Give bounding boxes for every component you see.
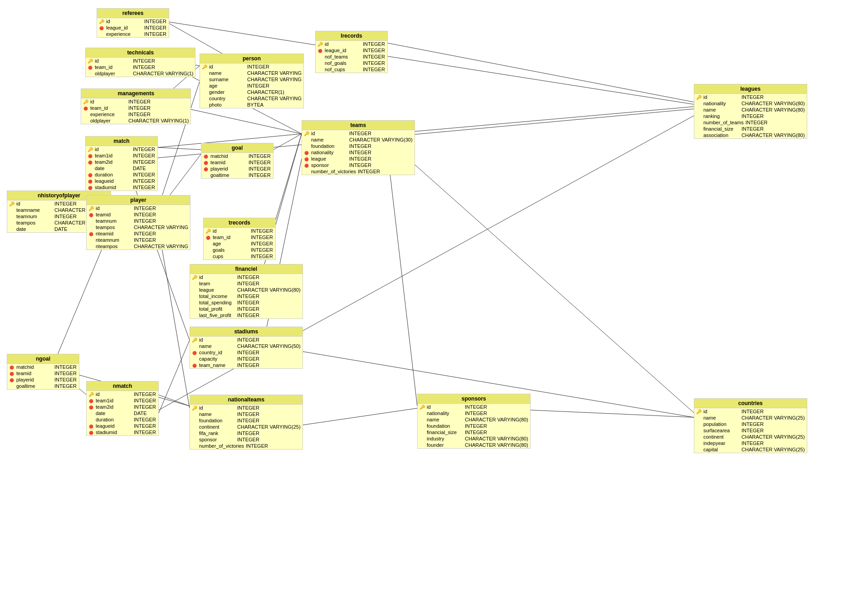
pk-icon: 🔑: [192, 406, 197, 411]
fk-icon: 🔴: [204, 155, 208, 159]
table-header-leagues: leagues: [694, 84, 807, 94]
empty-icon: [207, 241, 210, 246]
table-header-player: player: [87, 196, 190, 205]
field-type: INTEGER: [465, 404, 487, 410]
field-name: goaltime: [210, 172, 247, 178]
field-type: INTEGER: [251, 254, 273, 259]
field-type: INTEGER: [249, 160, 271, 165]
field-name: id: [95, 58, 131, 64]
table-row: goaltimeINTEGER: [201, 172, 273, 178]
pk-icon: 🔑: [205, 229, 211, 234]
table-row: nameCHARACTER VARYING(25): [694, 415, 807, 421]
field-type: BYTEA: [247, 102, 263, 108]
field-name: industry: [427, 436, 463, 441]
field-type: INTEGER: [237, 356, 259, 362]
table-row: nameCHARACTER VARYING: [200, 70, 303, 76]
table-row: associationCHARACTER VARYING(80): [694, 132, 807, 138]
field-name: last_five_profit: [199, 313, 235, 318]
field-name: league: [199, 287, 235, 293]
fk-icon: 🔴: [99, 26, 104, 30]
table-row: 🔴team_idINTEGER: [204, 234, 275, 240]
table-row: 🔴stadiumidINTEGER: [86, 184, 157, 191]
field-type: CHARACTER VARYING(80): [741, 132, 805, 138]
field-name: league_id: [106, 25, 142, 30]
table-match: match🔑idINTEGER🔴team1idINTEGER🔴team2idIN…: [85, 136, 158, 191]
pk-icon: 🔑: [88, 392, 94, 397]
table-row: 🔑idINTEGER: [86, 146, 157, 152]
table-row: populationINTEGER: [694, 421, 807, 427]
empty-icon: [319, 54, 322, 59]
table-trecords: trecords🔑idINTEGER🔴team_idINTEGER ageINT…: [203, 218, 276, 260]
table-row: goalsINTEGER: [204, 247, 275, 253]
field-type: INTEGER: [249, 166, 271, 171]
table-header-technicals: technicals: [86, 48, 195, 58]
field-name: league: [311, 156, 347, 161]
table-row: 🔴teamidINTEGER: [7, 370, 79, 376]
field-type: CHARACTER VARYING: [247, 70, 302, 76]
field-type: CHARACTER VARYING(80): [465, 436, 528, 441]
pk-icon: 🔑: [696, 95, 702, 100]
table-row: nationalityCHARACTER VARYING(80): [694, 100, 807, 107]
field-type: INTEGER: [237, 300, 259, 305]
field-type: INTEGER: [237, 281, 259, 286]
empty-icon: [193, 287, 196, 293]
field-name: sponsor: [199, 437, 235, 442]
field-name: goaltime: [16, 383, 53, 389]
field-type: INTEGER: [54, 377, 77, 382]
empty-icon: [193, 356, 196, 362]
field-name: nationality: [311, 150, 347, 155]
table-row: 🔑idINTEGER: [694, 94, 807, 100]
field-name: continent: [199, 424, 235, 430]
field-name: id: [703, 94, 740, 100]
field-name: number_of_victories: [311, 169, 356, 174]
empty-icon: [305, 143, 308, 149]
field-type: INTEGER: [134, 398, 156, 403]
field-type: CHARACTER(1): [247, 89, 284, 95]
fk-icon: 🔴: [88, 161, 93, 165]
table-player: player🔑idINTEGER🔴teamidINTEGER teamnumIN…: [86, 195, 190, 250]
field-type: INTEGER: [741, 94, 764, 100]
table-row: 🔴team_nameINTEGER: [190, 362, 302, 368]
fk-icon: 🔴: [192, 364, 197, 368]
table-row: durationINTEGER: [87, 416, 158, 423]
svg-line-12: [388, 154, 417, 406]
field-type: INTEGER: [237, 306, 259, 312]
svg-line-11: [388, 107, 694, 134]
pk-icon: 🔑: [88, 59, 93, 64]
field-name: ranking: [703, 113, 740, 119]
empty-icon: [421, 436, 424, 441]
table-row: 🔑idINTEGER: [190, 274, 302, 280]
empty-icon: [193, 300, 196, 305]
table-row: nof_goalsINTEGER: [316, 60, 387, 66]
empty-icon: [697, 421, 700, 427]
fk-icon: 🔴: [304, 157, 309, 161]
field-name: nationality: [427, 411, 463, 416]
table-row: 🔑idINTEGER: [86, 58, 195, 64]
table-row: 🔑idINTEGER: [200, 64, 303, 70]
empty-icon: [697, 101, 700, 106]
field-type: INTEGER: [741, 113, 764, 119]
field-name: continent: [703, 434, 740, 440]
field-name: id: [90, 99, 127, 104]
table-row: 🔑idINTEGER: [418, 404, 530, 410]
empty-icon: [203, 70, 206, 76]
table-header-person: person: [200, 54, 303, 64]
field-name: id: [199, 337, 235, 342]
fk-icon: 🔴: [89, 431, 93, 435]
table-row: photoBYTEA: [200, 102, 303, 108]
table-row: teamINTEGER: [190, 280, 302, 287]
field-name: id: [209, 64, 245, 69]
empty-icon: [84, 112, 87, 117]
empty-icon: [10, 383, 13, 389]
table-row: financial_sizeINTEGER: [694, 126, 807, 132]
table-row: nof_cupsINTEGER: [316, 66, 387, 73]
empty-icon: [90, 225, 93, 230]
field-type: INTEGER: [54, 383, 77, 389]
table-row: 🔴nteamidINTEGER: [87, 230, 190, 237]
table-row: 🔑idINTEGER: [190, 405, 302, 411]
fk-icon: 🔴: [88, 173, 93, 177]
table-sponsors: sponsors🔑idINTEGER nationalityINTEGER na…: [417, 394, 531, 449]
field-name: stadiumid: [95, 185, 131, 190]
pk-icon: 🔑: [192, 275, 197, 280]
field-type: INTEGER: [134, 218, 156, 224]
